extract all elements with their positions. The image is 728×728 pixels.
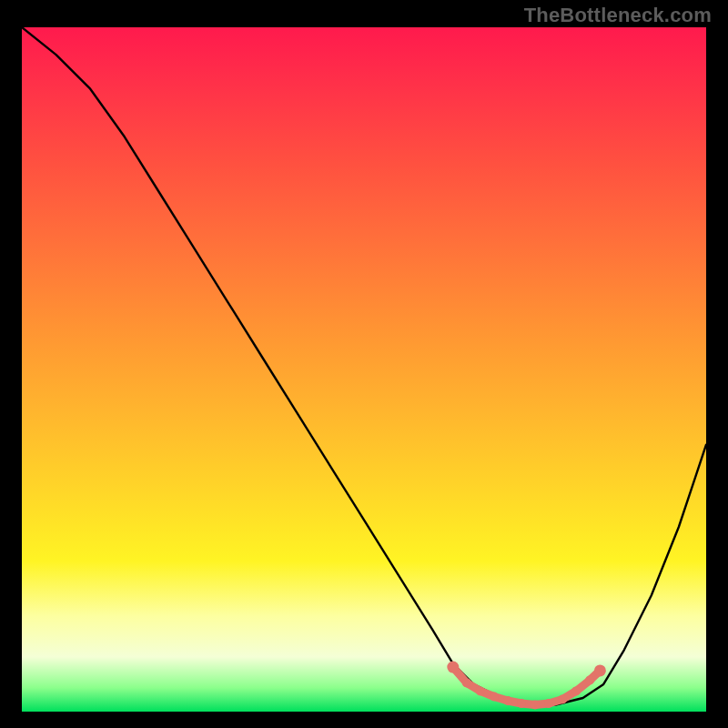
watermark-text: TheBottleneck.com	[524, 4, 712, 27]
optimal-range-dot	[558, 695, 567, 704]
optimal-range-dot	[447, 662, 459, 673]
optimal-range-markers	[447, 662, 606, 710]
optimal-range-dot	[503, 696, 512, 705]
optimal-range-dot	[571, 686, 581, 695]
optimal-range-dot	[490, 693, 499, 702]
optimal-range-dot	[476, 686, 485, 695]
plot-area	[22, 27, 706, 712]
optimal-range-dot	[585, 675, 594, 684]
optimal-range-dot	[544, 699, 553, 708]
optimal-range-dot	[462, 678, 471, 687]
optimal-range-dot	[594, 664, 606, 676]
optimal-range-dot	[517, 699, 526, 708]
curve-layer	[22, 27, 706, 712]
bottleneck-curve	[22, 27, 706, 705]
chart-frame: TheBottleneck.com	[0, 0, 728, 728]
optimal-range-dot	[531, 701, 540, 710]
